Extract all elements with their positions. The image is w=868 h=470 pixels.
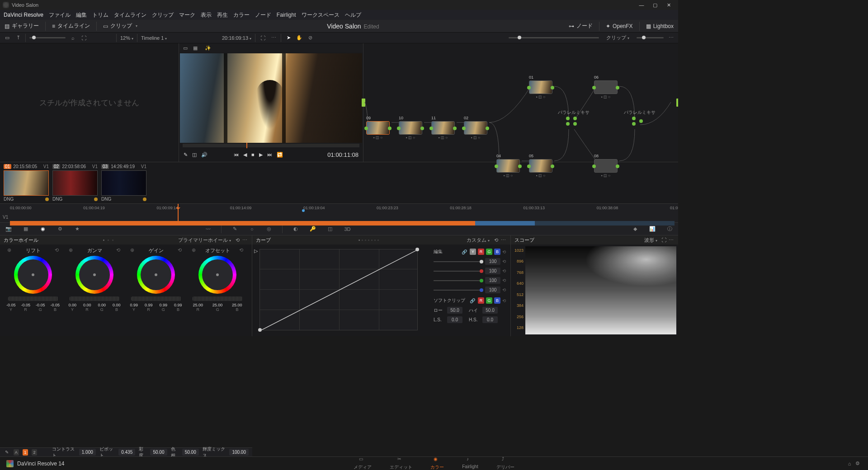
- menu-playback[interactable]: 再生: [217, 11, 228, 19]
- softclip-reset-icon[interactable]: ⟲: [502, 298, 506, 303]
- node-01[interactable]: 01▪ ◫ ○: [529, 75, 552, 99]
- menu-view[interactable]: 表示: [201, 11, 212, 19]
- menu-file[interactable]: ファイル: [49, 11, 71, 19]
- reset-icon[interactable]: ⟲: [502, 287, 506, 292]
- parallel-mixer-2[interactable]: パラレルミキサ: [632, 116, 643, 127]
- reset-icon[interactable]: ⟲: [502, 268, 506, 273]
- minimize-button[interactable]: —: [635, 0, 648, 10]
- color-wheel-3[interactable]: ⊕オフセット⟲25.0025.0025.00RGB: [188, 247, 247, 312]
- timeline-name[interactable]: Timeline 1: [141, 35, 167, 41]
- softclip-b-button[interactable]: B: [494, 297, 500, 304]
- link-icon[interactable]: 🔗: [461, 248, 468, 255]
- audio-icon[interactable]: 🔊: [201, 152, 208, 158]
- play-icon[interactable]: ▶: [259, 152, 263, 158]
- viewer-mode2-icon[interactable]: ▦: [192, 44, 199, 52]
- curve-reset-icon[interactable]: ⟲: [492, 236, 500, 244]
- wheel-reset-icon[interactable]: ⟲: [234, 236, 241, 244]
- info-icon[interactable]: ⓘ: [665, 225, 674, 233]
- parallel-mixer-1[interactable]: パラレルミキサ: [566, 116, 577, 127]
- lightbox-toggle[interactable]: ▦Lightbox: [646, 22, 674, 31]
- node-05[interactable]: 05▪ ◫ ○: [529, 154, 552, 178]
- maximize-button[interactable]: ▢: [648, 0, 662, 10]
- node-source[interactable]: [362, 99, 365, 107]
- softclip-r-button[interactable]: R: [478, 297, 484, 304]
- menu-workspace[interactable]: ワークスペース: [302, 11, 340, 19]
- viewer-mode1-icon[interactable]: ▭: [182, 44, 189, 52]
- menu-mark[interactable]: マーク: [179, 11, 195, 19]
- menu-color[interactable]: カラー: [233, 11, 250, 19]
- tracker-icon[interactable]: ◎: [265, 225, 273, 233]
- menu-trim[interactable]: トリム: [92, 11, 108, 19]
- keyframe-icon[interactable]: ◆: [631, 225, 639, 233]
- link-icon[interactable]: 🔗: [469, 297, 476, 304]
- curve-point-white[interactable]: [415, 248, 419, 251]
- mini-timeline[interactable]: 01:00:00:0001:00:04:1901:00:09:1401:00:1…: [0, 203, 678, 222]
- node-08[interactable]: 08▪ ◫ ○: [594, 154, 618, 178]
- curve-graph[interactable]: ▷: [252, 244, 429, 336]
- color-wheels-icon[interactable]: ◉: [39, 225, 47, 233]
- viewer-wand-icon[interactable]: ✨: [204, 44, 212, 52]
- prev-frame-icon[interactable]: ◀: [243, 152, 247, 158]
- node-filter[interactable]: クリップ: [606, 34, 629, 41]
- channel-b-button[interactable]: B: [494, 249, 500, 255]
- scope-expand-icon[interactable]: ⛶: [660, 236, 667, 244]
- stereo-icon[interactable]: 3D: [343, 225, 351, 233]
- intensity-r-slider[interactable]: [434, 271, 483, 272]
- camera-raw-icon[interactable]: 📷: [5, 225, 13, 233]
- menu-fairlight[interactable]: Fairlight: [277, 12, 296, 18]
- node-more-icon[interactable]: ⋯: [667, 34, 675, 42]
- scopes-icon[interactable]: 📊: [648, 225, 656, 233]
- marker-icon[interactable]: [302, 209, 305, 212]
- color-wheel-2[interactable]: ⊕ゲイン⟲0.990.990.990.99YRGB: [127, 247, 185, 312]
- motion-icon[interactable]: ★: [73, 225, 81, 233]
- waveform-scope[interactable]: [525, 246, 676, 334]
- search-icon[interactable]: ⌕: [69, 34, 76, 42]
- node-11[interactable]: 11▪ ◫ ○: [431, 116, 455, 140]
- curve-point-black[interactable]: [258, 328, 262, 332]
- channel-g-button[interactable]: G: [486, 249, 492, 255]
- curve-mode-dropdown[interactable]: カスタム: [467, 237, 490, 244]
- curves-icon[interactable]: 〰: [204, 225, 212, 233]
- openfx-toggle[interactable]: ✦OpenFX: [606, 22, 633, 31]
- clip-01[interactable]: 0120:15:58:05V1DNG: [4, 162, 49, 203]
- node-10[interactable]: 10▪ ◫ ○: [399, 116, 422, 140]
- color-wheel-1[interactable]: ⊕ガンマ⟲0.000.000.000.00YRGB: [65, 247, 124, 312]
- loop-icon[interactable]: 🔁: [277, 152, 283, 158]
- more-icon[interactable]: ⋯: [270, 34, 277, 42]
- intensity-b-slider[interactable]: [434, 290, 483, 291]
- node-output[interactable]: [676, 99, 678, 107]
- zoom-slider[interactable]: [29, 37, 66, 38]
- wheel-mode-dropdown[interactable]: プライマリーホイール: [178, 237, 231, 244]
- sizing-icon[interactable]: ◫: [326, 225, 334, 233]
- viewer-timecode[interactable]: 20:16:09:13: [222, 35, 251, 41]
- reset-icon[interactable]: ⟲: [502, 278, 506, 283]
- clip-02[interactable]: 0222:03:58:06V1DNG: [52, 162, 98, 203]
- node-06[interactable]: 06▪ ◫ ○: [594, 75, 618, 99]
- stop-icon[interactable]: ■: [251, 152, 255, 157]
- menu-node[interactable]: ノード: [255, 11, 271, 19]
- hand-tool-icon[interactable]: ✋: [296, 34, 303, 42]
- panel-icon[interactable]: ▭: [4, 34, 11, 42]
- curve-more-icon[interactable]: ⋯: [500, 236, 507, 244]
- picker-icon[interactable]: ✎: [184, 152, 188, 158]
- rgb-mixer-icon[interactable]: ⚙: [56, 225, 64, 233]
- split-icon[interactable]: ◫: [192, 152, 197, 158]
- qualifier-icon[interactable]: ✎: [231, 225, 239, 233]
- softclip-g-button[interactable]: G: [486, 297, 492, 304]
- node-02[interactable]: 02▪ ◫ ○: [464, 116, 487, 140]
- nodes-toggle[interactable]: ⊶ノード: [569, 22, 593, 31]
- fit-icon[interactable]: ⛶: [80, 34, 87, 42]
- first-frame-icon[interactable]: ⏮: [234, 152, 239, 157]
- blur-icon[interactable]: ◐: [292, 225, 300, 233]
- viewer-scrub[interactable]: [183, 144, 359, 147]
- clip-03[interactable]: 0314:26:49:19V1DNG: [101, 162, 146, 203]
- wheel-more-icon[interactable]: ⋯: [241, 236, 248, 244]
- viewer-image[interactable]: [180, 53, 362, 143]
- reset-icon[interactable]: ⟲: [502, 259, 506, 264]
- curve-tri-icon[interactable]: ▷: [254, 248, 258, 254]
- color-wheel-0[interactable]: ⊕リフト⟲-0.05-0.05-0.05-0.05YRGB: [4, 247, 62, 312]
- color-match-icon[interactable]: ▦: [22, 225, 30, 233]
- scope-mode-dropdown[interactable]: 波形: [644, 237, 657, 244]
- selection-tool-icon[interactable]: ➤: [285, 34, 292, 42]
- channel-r-button[interactable]: R: [478, 249, 484, 255]
